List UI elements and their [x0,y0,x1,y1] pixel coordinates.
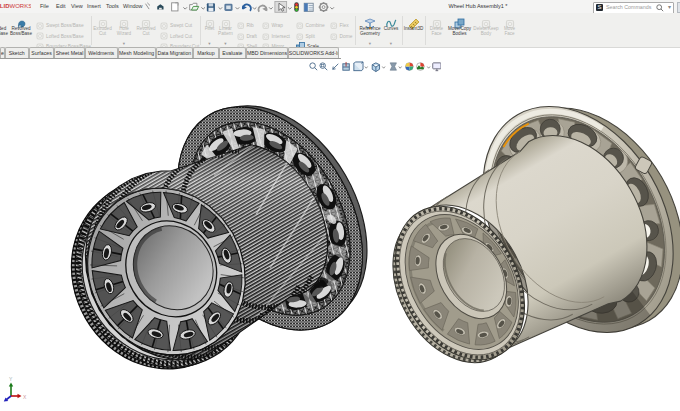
svg-text:Y: Y [9,376,13,382]
svg-text:X: X [23,394,27,400]
